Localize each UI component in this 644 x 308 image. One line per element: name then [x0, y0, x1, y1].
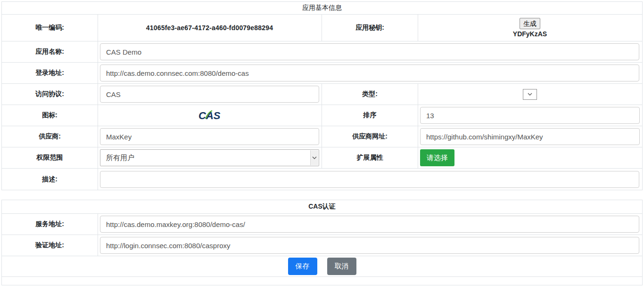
unique-code-cell: 41065fe3-ae67-4172-a460-fd0079e88294 — [98, 15, 322, 41]
cas-logo-icon: CAS — [198, 109, 222, 122]
scope-label: 权限范围 — [2, 147, 98, 168]
description-cell — [98, 169, 642, 190]
panel-footer — [2, 277, 642, 285]
chevron-down-icon — [310, 150, 318, 165]
save-button[interactable]: 保存 — [288, 258, 317, 275]
scope-select-value: 所有用户 — [100, 150, 310, 166]
app-name-cell — [98, 41, 642, 62]
app-name-label: 应用名称: — [2, 41, 98, 62]
cas-auth-title: CAS认证 — [2, 200, 642, 214]
row-protocol-type: 访问协议: 类型: — [2, 84, 642, 105]
protocol-cell — [98, 84, 322, 105]
app-secret-label: 应用秘钥: — [322, 15, 418, 41]
scope-cell: 所有用户 — [98, 147, 322, 168]
type-select[interactable] — [523, 89, 537, 100]
description-label: 描述: — [2, 169, 98, 190]
generate-secret-button[interactable]: 生成 — [520, 18, 540, 29]
validate-url-input[interactable] — [100, 237, 639, 254]
vendor-url-cell — [418, 126, 642, 147]
sort-input[interactable] — [420, 107, 640, 124]
description-input[interactable] — [100, 171, 639, 188]
vendor-label: 供应商: — [2, 126, 98, 147]
app-name-input[interactable] — [100, 43, 639, 60]
chevron-down-icon — [528, 93, 532, 96]
login-url-cell — [98, 63, 642, 83]
icon-cell: CAS — [98, 105, 322, 126]
sort-label: 排序 — [322, 105, 418, 126]
row-unique-code: 唯一编码: 41065fe3-ae67-4172-a460-fd0079e882… — [2, 15, 642, 41]
unique-code-label: 唯一编码: — [2, 15, 98, 41]
row-service-url: 服务地址: — [2, 214, 642, 235]
service-url-cell — [98, 214, 642, 235]
cas-auth-panel: CAS认证 服务地址: 验证地址: 保存 取消 — [1, 200, 643, 285]
icon-label: 图标: — [2, 105, 98, 126]
login-url-input[interactable] — [100, 65, 639, 81]
cancel-button[interactable]: 取消 — [327, 258, 356, 275]
ext-attr-cell: 请选择 — [418, 147, 642, 168]
vendor-url-input[interactable] — [420, 128, 640, 145]
validate-url-cell — [98, 235, 642, 256]
svg-text:CAS: CAS — [198, 110, 221, 122]
action-button-row: 保存 取消 — [2, 256, 642, 277]
validate-url-label: 验证地址: — [2, 235, 98, 256]
sort-cell — [418, 105, 642, 126]
login-url-label: 登录地址: — [2, 63, 98, 83]
basic-info-panel: 应用基本信息 唯一编码: 41065fe3-ae67-4172-a460-fd0… — [1, 1, 643, 190]
type-label: 类型: — [322, 84, 418, 105]
row-vendor: 供应商: 供应商网址: — [2, 126, 642, 147]
row-validate-url: 验证地址: — [2, 235, 642, 256]
row-icon-sort: 图标: CAS 排序 — [2, 105, 642, 126]
service-url-label: 服务地址: — [2, 214, 98, 235]
row-login-url: 登录地址: — [2, 63, 642, 84]
vendor-url-label: 供应商网址: — [322, 126, 418, 147]
row-description: 描述: — [2, 169, 642, 190]
row-app-name: 应用名称: — [2, 41, 642, 63]
scope-select[interactable]: 所有用户 — [100, 149, 319, 166]
protocol-label: 访问协议: — [2, 84, 98, 105]
choose-ext-attr-button[interactable]: 请选择 — [420, 149, 454, 166]
vendor-input[interactable] — [100, 128, 319, 145]
unique-code-value: 41065fe3-ae67-4172-a460-fd0079e88294 — [146, 24, 273, 32]
app-secret-cell: 生成 YDFyKzAS — [418, 15, 642, 41]
vendor-cell — [98, 126, 322, 147]
service-url-input[interactable] — [100, 216, 639, 233]
row-scope-ext: 权限范围 所有用户 扩展属性 请选择 — [2, 147, 642, 169]
basic-info-title: 应用基本信息 — [2, 2, 642, 15]
ext-attr-label: 扩展属性 — [322, 147, 418, 168]
type-cell — [418, 84, 642, 105]
app-secret-value: YDFyKzAS — [513, 30, 547, 38]
protocol-input[interactable] — [100, 86, 319, 103]
